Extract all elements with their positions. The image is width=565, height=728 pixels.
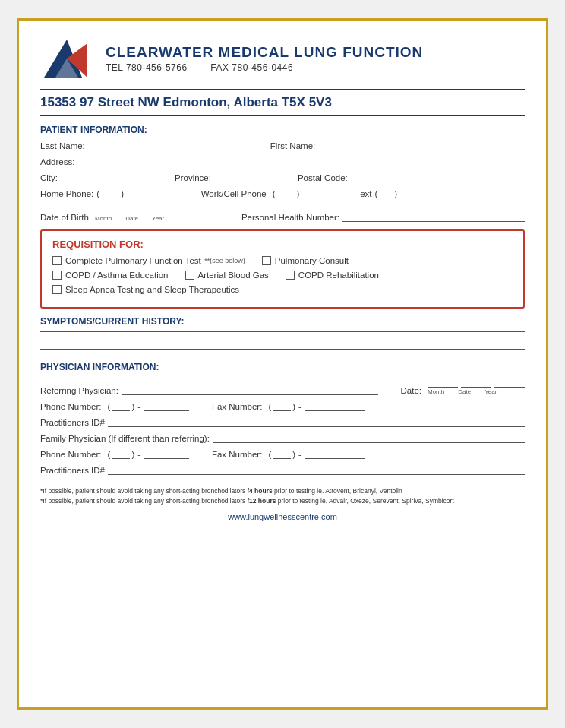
checkbox-pulmonary-function[interactable] (52, 256, 62, 265)
family-phys-row: Family Physician (If different than refe… (40, 432, 525, 443)
family-area-field[interactable] (112, 448, 130, 459)
dob-year-sublabel: Year (152, 215, 164, 222)
phn-label: Personal Health Number: (241, 213, 339, 222)
ext-label: ext (360, 189, 371, 198)
symptoms-line-1 (40, 331, 525, 332)
physician-section-title: PHYSICIAN INFORMATION: (40, 362, 525, 372)
symptoms-line-2 (40, 349, 525, 350)
dob-month-field[interactable] (95, 204, 129, 214)
practitioners-field[interactable] (108, 416, 525, 427)
phys-phone-group: ( ) - (108, 400, 189, 411)
home-area-field[interactable] (101, 188, 119, 198)
city-field[interactable] (61, 172, 159, 182)
phys-fax-label: Fax Number: (212, 402, 262, 411)
clinic-name: Clearwater Medical Lung Function (106, 44, 423, 61)
checkbox-copd-education[interactable] (52, 271, 62, 280)
footer-notes: *If possible, patient should avoid takin… (40, 487, 525, 505)
symptoms-section: SYMPTOMS/CURRENT HISTORY: (40, 316, 525, 350)
physician-section: PHYSICIAN INFORMATION: Referring Physici… (40, 362, 525, 475)
family-fax-label: Fax Number: (212, 450, 262, 459)
family-fax-group: ( ) - (268, 448, 365, 459)
home-phone-label: Home Phone: (40, 189, 93, 198)
logo-icon (40, 36, 93, 81)
last-name-field[interactable] (88, 140, 255, 150)
name-row: Last Name: First Name: (40, 140, 525, 150)
dob-label: Date of Birth (40, 213, 89, 222)
dob-phn-row: Date of Birth Month Date Year Personal H… (40, 204, 525, 222)
phys-fax-group: ( ) - (268, 400, 365, 411)
phn-field[interactable] (342, 211, 525, 222)
postal-field[interactable] (351, 172, 419, 182)
req-item-pulmonary-consult: Pulmonary Consult (262, 256, 349, 265)
symptoms-title: SYMPTOMS/CURRENT HISTORY: (40, 316, 525, 327)
family-phys-label: Family Physician (If different than refe… (40, 434, 210, 443)
family-fax-area-field[interactable] (273, 448, 291, 459)
referring-label: Referring Physician: (40, 386, 118, 395)
clinic-contact: TEL 780-456-5766 FAX 780-456-0446 (106, 62, 423, 73)
req-item-arterial-blood: Arterial Blood Gas (185, 271, 269, 280)
req-row-1: Complete Pulmonary Function Test **(see … (52, 256, 513, 265)
note1: *If possible, patient should avoid takin… (40, 487, 525, 495)
footer-website: www.lungwellnesscentre.com (40, 512, 525, 521)
home-phone-group: ( ) - (96, 188, 178, 198)
header: Clearwater Medical Lung Function TEL 780… (40, 36, 525, 81)
family-fax-num-field[interactable] (305, 448, 365, 459)
note2: *If possible, patient should avoid takin… (40, 497, 525, 505)
checkbox-sleep-apnea[interactable] (52, 285, 62, 294)
req-item-sleep-apnea: Sleep Apnea Testing and Sleep Therapeuti… (52, 285, 239, 294)
practitioners2-row: Practitioners ID# (40, 464, 525, 475)
phys-fax-num-field[interactable] (305, 400, 365, 411)
req-row-3: Sleep Apnea Testing and Sleep Therapeuti… (52, 285, 513, 294)
address-field[interactable] (77, 156, 525, 166)
practitioners2-field[interactable] (108, 464, 525, 475)
phone-row: Home Phone: ( ) - Work/Cell Phone ( ) - … (40, 188, 525, 198)
dob-date-field[interactable] (132, 204, 166, 214)
work-cell-label: Work/Cell Phone (201, 189, 267, 198)
city-row: City: Province: Postal Code: (40, 172, 525, 182)
phys-phone-row: Phone Number: ( ) - Fax Number: ( ) - (40, 400, 525, 411)
phys-num-field[interactable] (144, 400, 189, 411)
family-phone-label: Phone Number: (40, 450, 102, 459)
date-date-field[interactable] (461, 377, 491, 388)
date-month-field[interactable] (428, 377, 458, 388)
family-phone-row: Phone Number: ( ) - Fax Number: ( ) - (40, 448, 525, 459)
req-item-copd-education: COPD / Asthma Education (52, 271, 169, 280)
ext-group: ( ) (374, 188, 397, 198)
phys-area-field[interactable] (112, 400, 130, 411)
phys-phone-label: Phone Number: (40, 402, 102, 411)
last-name-label: Last Name: (40, 141, 85, 150)
address-text: 15353 97 Street NW Edmonton, Alberta T5X… (40, 95, 332, 109)
req-item-pulmonary-function: Complete Pulmonary Function Test **(see … (52, 256, 245, 265)
patient-info-section: PATIENT INFORMATION: Last Name: First Na… (40, 125, 525, 222)
date-year-field[interactable] (494, 377, 525, 388)
patient-section-title: PATIENT INFORMATION: (40, 125, 525, 135)
req-title: REQUISITION FOR: (52, 239, 513, 250)
address-bar: 15353 97 Street NW Edmonton, Alberta T5X… (40, 89, 525, 116)
requisition-box: REQUISITION FOR: Complete Pulmonary Func… (40, 229, 525, 309)
family-num-field[interactable] (144, 448, 189, 459)
dob-month-sublabel: Month (95, 215, 112, 222)
first-name-field[interactable] (318, 140, 525, 150)
work-num-field[interactable] (308, 188, 354, 198)
work-area-field[interactable] (277, 188, 295, 198)
checkbox-arterial-blood[interactable] (185, 271, 194, 280)
family-phone-group: ( ) - (108, 448, 189, 459)
referring-row: Referring Physician: Date: Month Date Ye… (40, 377, 525, 395)
ext-field[interactable] (379, 188, 393, 198)
province-field[interactable] (214, 172, 282, 182)
postal-label: Postal Code: (298, 173, 348, 182)
home-num-field[interactable] (133, 188, 178, 198)
referring-field[interactable] (122, 385, 378, 395)
req-item-copd-rehab: COPD Rehabilitation (286, 271, 379, 280)
address-row: Address: (40, 156, 525, 166)
checkbox-copd-rehab[interactable] (286, 271, 295, 280)
phys-fax-area-field[interactable] (273, 400, 291, 411)
work-phone-group: ( ) - (273, 188, 354, 198)
first-name-label: First Name: (270, 141, 315, 150)
family-phys-field[interactable] (213, 432, 525, 443)
checkbox-pulmonary-consult[interactable] (262, 256, 271, 265)
header-text: Clearwater Medical Lung Function TEL 780… (106, 44, 423, 73)
req-row-2: COPD / Asthma Education Arterial Blood G… (52, 271, 513, 280)
dob-year-field[interactable] (169, 204, 204, 214)
address-label: Address: (40, 157, 74, 166)
